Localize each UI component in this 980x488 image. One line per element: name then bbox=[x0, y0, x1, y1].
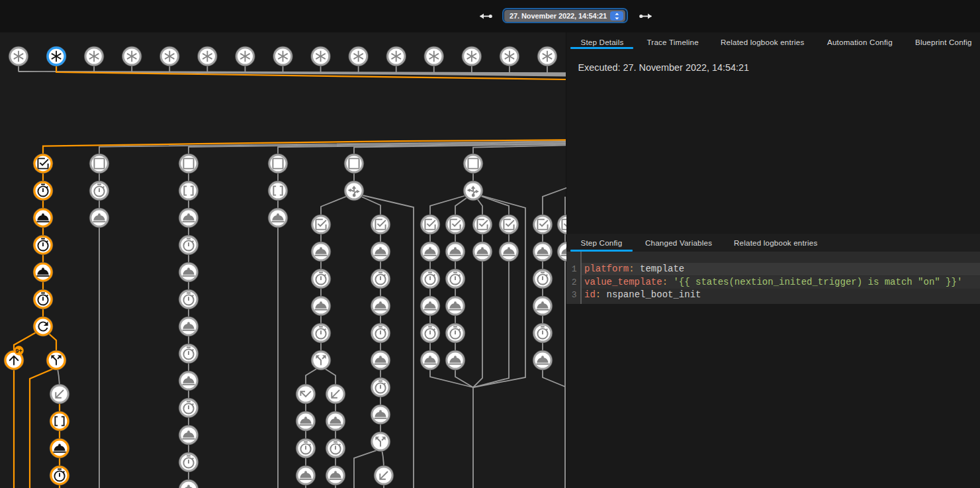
svg-text:9+: 9+ bbox=[15, 348, 22, 354]
